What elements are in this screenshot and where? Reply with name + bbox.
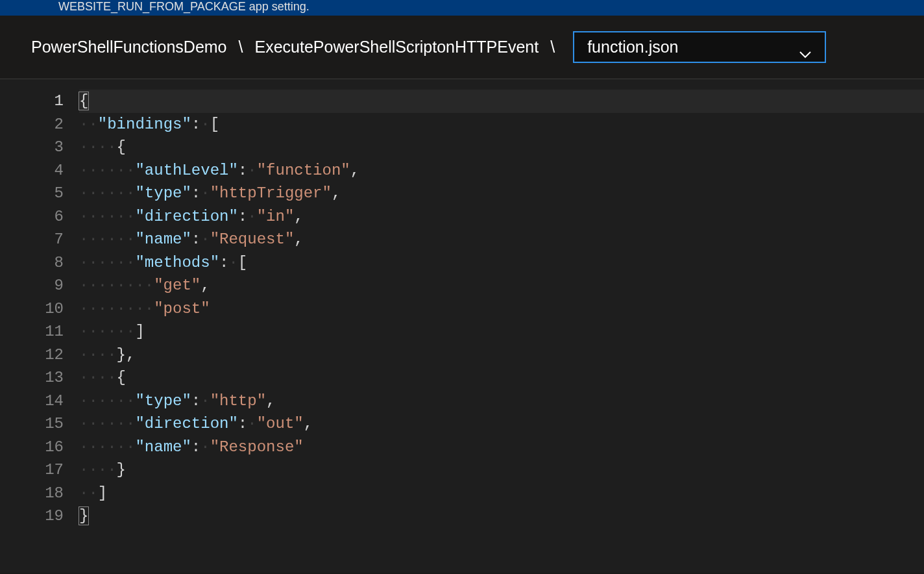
line-number: 1 bbox=[0, 90, 64, 113]
code-line[interactable]: ····}, bbox=[79, 343, 924, 367]
file-dropdown-selected: function.json bbox=[587, 38, 678, 56]
line-number: 15 bbox=[0, 412, 64, 436]
line-number: 2 bbox=[0, 113, 64, 136]
code-line[interactable]: ··] bbox=[79, 482, 924, 505]
code-line[interactable]: ······"name":·"Request", bbox=[79, 228, 924, 251]
code-line[interactable]: { bbox=[79, 90, 924, 113]
line-number-gutter: 12345678910111213141516171819 bbox=[0, 90, 79, 573]
line-number: 14 bbox=[0, 390, 64, 413]
code-line[interactable]: ······] bbox=[79, 320, 924, 343]
line-number: 9 bbox=[0, 274, 64, 297]
code-line[interactable]: ····{ bbox=[79, 136, 924, 159]
line-number: 10 bbox=[0, 297, 64, 321]
code-line[interactable]: ······"type":·"http", bbox=[79, 390, 924, 413]
code-line[interactable]: ······"authLevel":·"function", bbox=[79, 159, 924, 182]
line-number: 4 bbox=[0, 159, 64, 182]
code-line[interactable]: ······"direction":·"out", bbox=[79, 412, 924, 436]
code-line[interactable]: ····{ bbox=[79, 366, 924, 390]
code-line[interactable]: ······"direction":·"in", bbox=[79, 205, 924, 229]
line-number: 17 bbox=[0, 458, 64, 482]
line-number: 11 bbox=[0, 320, 64, 343]
code-content[interactable]: {··"bindings":·[····{······"authLevel":·… bbox=[79, 90, 924, 573]
file-dropdown[interactable]: function.json bbox=[573, 31, 826, 63]
line-number: 8 bbox=[0, 251, 64, 275]
line-number: 16 bbox=[0, 436, 64, 459]
line-number: 12 bbox=[0, 343, 64, 367]
notification-banner: WEBSITE_RUN_FROM_PACKAGE app setting. bbox=[0, 0, 924, 16]
line-number: 5 bbox=[0, 182, 64, 205]
code-line[interactable]: ······"methods":·[ bbox=[79, 251, 924, 275]
line-number: 3 bbox=[0, 136, 64, 159]
line-number: 6 bbox=[0, 205, 64, 229]
code-line[interactable]: } bbox=[79, 505, 924, 528]
line-number: 13 bbox=[0, 366, 64, 390]
breadcrumb-bar: PowerShellFunctionsDemo \ ExecutePowerSh… bbox=[0, 16, 924, 79]
breadcrumb-separator: \ bbox=[239, 38, 243, 56]
breadcrumb-function[interactable]: ExecutePowerShellScriptonHTTPEvent bbox=[254, 38, 539, 56]
line-number: 7 bbox=[0, 228, 64, 251]
code-line[interactable]: ····} bbox=[79, 458, 924, 482]
breadcrumb-app[interactable]: PowerShellFunctionsDemo bbox=[31, 38, 227, 56]
chevron-down-icon bbox=[799, 44, 812, 51]
code-line[interactable]: ········"get", bbox=[79, 274, 924, 297]
banner-text: WEBSITE_RUN_FROM_PACKAGE app setting. bbox=[58, 0, 310, 14]
code-line[interactable]: ······"type":·"httpTrigger", bbox=[79, 182, 924, 205]
breadcrumb-separator: \ bbox=[550, 38, 555, 56]
code-line[interactable]: ··"bindings":·[ bbox=[79, 113, 924, 136]
line-number: 18 bbox=[0, 482, 64, 505]
line-number: 19 bbox=[0, 505, 64, 528]
code-editor[interactable]: 12345678910111213141516171819 {··"bindin… bbox=[0, 79, 924, 573]
code-line[interactable]: ········"post" bbox=[79, 297, 924, 321]
code-line[interactable]: ······"name":·"Response" bbox=[79, 436, 924, 459]
